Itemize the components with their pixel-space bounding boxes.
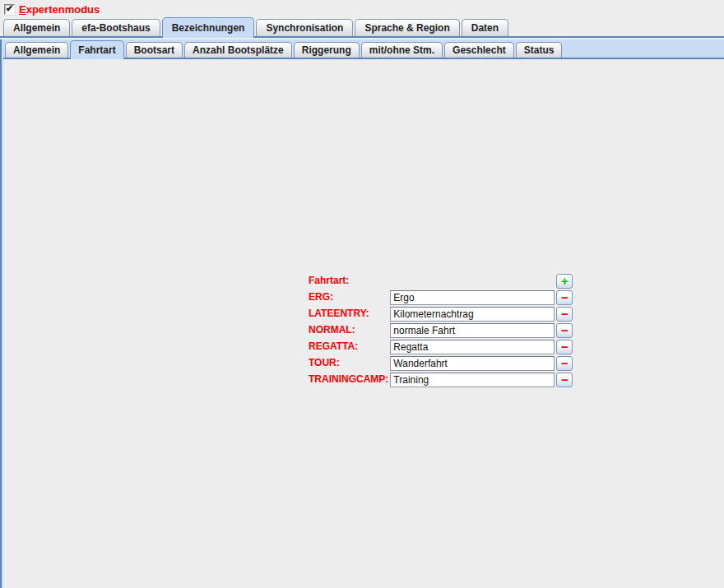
fahrtart-title-label: Fahrtart: (309, 273, 390, 289)
fahrtart-form: Fahrtart: + ERG: − LATEENTRY: − NORMAL: … (309, 273, 573, 387)
subtab-riggerung[interactable]: Riggerung (294, 42, 360, 58)
subtab-status[interactable]: Status (516, 42, 563, 58)
field-normal[interactable] (390, 323, 555, 338)
bezeichnungen-tab-bar: Allgemein Fahrtart Bootsart Anzahl Boots… (2, 39, 724, 58)
field-erg[interactable] (390, 290, 555, 305)
settings-tab-bar: Allgemein efa-Bootshaus Bezeichnungen Sy… (0, 18, 724, 38)
tab-synchronisation[interactable]: Synchronisation (256, 19, 353, 36)
subtab-anzahl-bootsplaetze[interactable]: Anzahl Bootsplätze (184, 42, 292, 58)
subtab-bootsart[interactable]: Bootsart (126, 42, 183, 58)
tab-allgemein[interactable]: Allgemein (3, 19, 70, 36)
remove-tour-button[interactable]: − (556, 356, 573, 371)
subtab-fahrtart[interactable]: Fahrtart (70, 40, 123, 59)
expert-mode-row: ✔ Expertenmodus (0, 0, 724, 18)
tab-sprache-region[interactable]: Sprache & Region (355, 19, 459, 36)
tab-efa-bootshaus[interactable]: efa-Bootshaus (72, 19, 160, 36)
label-regatta: REGATTA: (309, 339, 390, 354)
remove-erg-button[interactable]: − (556, 290, 573, 305)
expert-mode-label-rest: xpertenmodus (26, 3, 100, 16)
bezeichnungen-panel: Allgemein Fahrtart Bootsart Anzahl Boots… (0, 39, 724, 588)
remove-lateentry-button[interactable]: − (556, 307, 573, 322)
label-trainingcamp: TRAININGCAMP: (309, 372, 390, 387)
expert-mode-checkbox[interactable]: ✔ (4, 4, 15, 15)
remove-trainingcamp-button[interactable]: − (556, 373, 573, 387)
expert-mode-label-mnemonic: E (19, 3, 26, 16)
checkmark-icon: ✔ (6, 4, 13, 13)
fahrtart-panel: Fahrtart: + ERG: − LATEENTRY: − NORMAL: … (3, 58, 724, 588)
label-tour: TOUR: (309, 355, 390, 371)
field-tour[interactable] (390, 356, 555, 371)
expert-mode-label[interactable]: Expertenmodus (19, 3, 100, 16)
label-normal: NORMAL: (309, 322, 390, 338)
add-fahrtart-button[interactable]: + (556, 274, 573, 289)
remove-normal-button[interactable]: − (556, 323, 573, 338)
tab-daten[interactable]: Daten (462, 19, 508, 36)
field-lateentry[interactable] (390, 307, 555, 322)
subtab-allgemein[interactable]: Allgemein (5, 42, 68, 58)
subtab-mit-ohne-stm[interactable]: mit/ohne Stm. (361, 42, 443, 58)
field-regatta[interactable] (390, 340, 555, 354)
subtab-geschlecht[interactable]: Geschlecht (444, 42, 514, 58)
remove-regatta-button[interactable]: − (556, 340, 573, 354)
label-lateentry: LATEENTRY: (309, 306, 390, 322)
label-erg: ERG: (309, 289, 390, 305)
tab-bezeichnungen[interactable]: Bezeichnungen (162, 17, 255, 38)
field-trainingcamp[interactable] (390, 373, 555, 387)
fahrtart-title-spacer (390, 273, 555, 289)
